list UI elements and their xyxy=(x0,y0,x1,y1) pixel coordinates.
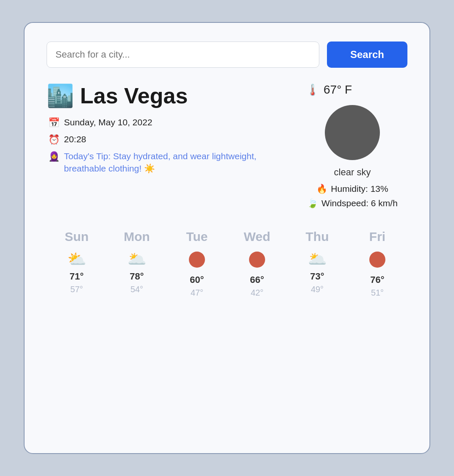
forecast-section: Sun⛅71°57°Mon🌥️78°54°Tue60°47°Wed66°42°T… xyxy=(47,230,407,298)
forecast-low: 51° xyxy=(371,288,384,298)
forecast-day-thu: Thu🌥️73°49° xyxy=(287,230,347,298)
temperature-value: 67° F xyxy=(324,83,352,97)
tip-person-icon: 🧕 xyxy=(48,150,60,163)
humidity-stat: 🔥 Humidity: 13% xyxy=(316,184,388,194)
weather-right: 🌡️ 67° F clear sky 🔥 Humidity: 13% 🍃 Win… xyxy=(297,83,407,208)
search-button[interactable]: Search xyxy=(327,42,407,68)
city-details: 📅 Sunday, May 10, 2022 ⏰ 20:28 🧕 Today's… xyxy=(48,116,297,174)
humidity-icon: 🔥 xyxy=(316,184,327,194)
city-time: 20:28 xyxy=(64,133,86,145)
forecast-day-name: Mon xyxy=(124,230,150,252)
city-name-row: 🏙️ Las Vegas xyxy=(47,83,297,108)
search-row: Search xyxy=(47,42,407,68)
wind-icon: 🍃 xyxy=(307,198,318,208)
search-input[interactable] xyxy=(47,42,319,68)
city-area: 🏙️ Las Vegas 📅 Sunday, May 10, 2022 ⏰ 20… xyxy=(47,83,407,208)
sky-label: clear sky xyxy=(334,167,371,178)
forecast-day-sun: Sun⛅71°57° xyxy=(47,230,107,298)
tip-row: 🧕 Today's Tip: Stay hydrated, and wear l… xyxy=(48,150,297,175)
forecast-high: 60° xyxy=(190,274,204,285)
forecast-day-name: Sun xyxy=(65,230,89,252)
time-row: ⏰ 20:28 xyxy=(48,133,297,147)
calendar-icon: 📅 xyxy=(48,116,60,130)
forecast-day-wed: Wed66°42° xyxy=(227,230,287,298)
humidity-value: Humidity: 13% xyxy=(331,184,388,194)
forecast-low: 57° xyxy=(70,285,83,294)
forecast-high: 73° xyxy=(310,271,324,282)
forecast-icon: 🌥️ xyxy=(127,252,147,267)
weather-card: Search 🏙️ Las Vegas 📅 Sunday, May 10, 20… xyxy=(24,22,430,454)
forecast-icon: 🌥️ xyxy=(308,252,327,267)
forecast-low: 54° xyxy=(130,285,143,294)
forecast-day-fri: Fri76°51° xyxy=(347,230,407,298)
forecast-day-name: Wed xyxy=(244,230,271,252)
thermometer-icon: 🌡️ xyxy=(306,83,319,97)
forecast-low: 47° xyxy=(191,288,203,298)
city-date: Sunday, May 10, 2022 xyxy=(64,116,152,128)
forecast-grid: Sun⛅71°57°Mon🌥️78°54°Tue60°47°Wed66°42°T… xyxy=(47,230,407,298)
forecast-day-mon: Mon🌥️78°54° xyxy=(107,230,167,298)
city-left: 🏙️ Las Vegas 📅 Sunday, May 10, 2022 ⏰ 20… xyxy=(47,83,297,178)
clock-icon: ⏰ xyxy=(48,133,60,147)
tip-text: Today's Tip: Stay hydrated, and wear lig… xyxy=(64,150,297,175)
forecast-day-name: Thu xyxy=(306,230,329,252)
wind-stat: 🍃 Windspeed: 6 km/h xyxy=(307,198,398,208)
forecast-high: 71° xyxy=(69,271,83,282)
forecast-low: 49° xyxy=(311,285,324,294)
forecast-day-name: Tue xyxy=(186,230,208,252)
forecast-icon xyxy=(249,252,265,270)
forecast-icon xyxy=(369,252,385,270)
forecast-icon: ⛅ xyxy=(67,252,86,267)
forecast-high: 78° xyxy=(130,271,144,282)
weather-circle xyxy=(325,105,380,160)
forecast-day-tue: Tue60°47° xyxy=(167,230,227,298)
temperature-row: 🌡️ 67° F xyxy=(306,83,352,97)
forecast-high: 76° xyxy=(370,274,384,285)
forecast-day-name: Fri xyxy=(369,230,385,252)
date-row: 📅 Sunday, May 10, 2022 xyxy=(48,116,297,130)
forecast-icon xyxy=(189,252,205,270)
forecast-high: 66° xyxy=(250,274,264,285)
forecast-low: 42° xyxy=(251,288,263,298)
city-name: Las Vegas xyxy=(80,83,188,108)
city-emoji: 🏙️ xyxy=(47,85,74,107)
wind-value: Windspeed: 6 km/h xyxy=(321,198,398,208)
